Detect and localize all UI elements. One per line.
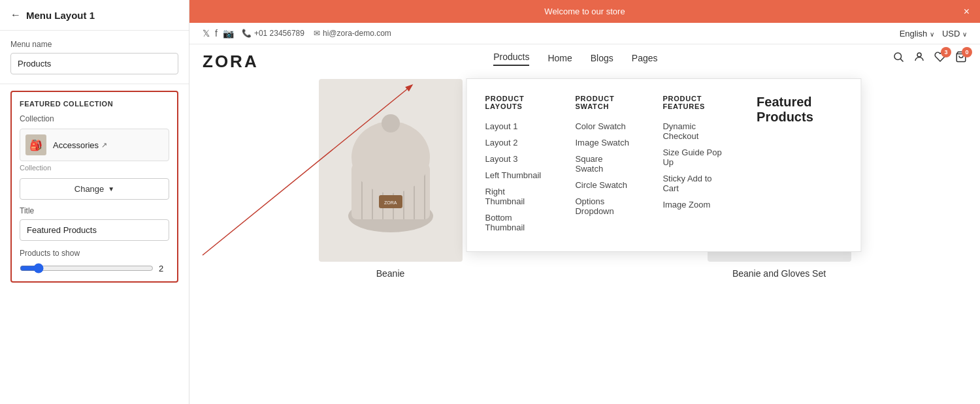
dropdown-layout2[interactable]: Layout 2 [485, 134, 544, 151]
nav-links: Products Home Blogs Pages [493, 52, 657, 72]
main-content: Welcome to our store × 𝕏 f 📷 📞 +01 23456… [189, 0, 980, 404]
top-bar: 𝕏 f 📷 📞 +01 23456789 ✉ hi@zora-demo.com … [189, 23, 980, 44]
title-input[interactable] [20, 219, 169, 241]
menu-name-label: Menu name [10, 40, 178, 49]
dropdown-options-dropdown[interactable]: Options Dropdown [575, 193, 631, 219]
svg-point-16 [382, 114, 400, 132]
email-address: hi@zora-demo.com [323, 29, 391, 38]
menu-name-section: Menu name [0, 31, 189, 84]
nav-link-home[interactable]: Home [547, 53, 572, 66]
dropdown-featured-title: Featured Products [757, 95, 842, 125]
phone-item: 📞 +01 23456789 [242, 29, 304, 38]
dropdown-image-swatch[interactable]: Image Swatch [575, 134, 631, 151]
sidebar: ← Menu Layout 1 Menu name FEATURED COLLE… [0, 0, 189, 404]
language-caret-icon: ∨ [930, 31, 934, 38]
svg-line-1 [900, 59, 903, 61]
nav-icons: 3 0 [892, 51, 967, 72]
nav-bar: ZORA Products Home Blogs Pages 3 0 [189, 44, 980, 72]
dropdown-dynamic-checkout[interactable]: Dynamic Checkout [662, 118, 725, 144]
dropdown-layouts-title: PRODUCT LAYOUTS [485, 95, 544, 110]
dropdown-features-title: PRODUCT FEATURES [662, 95, 725, 110]
dropdown-featured: Featured Products [757, 95, 842, 236]
dropdown-layout3[interactable]: Layout 3 [485, 151, 544, 167]
sidebar-title: Menu Layout 1 [26, 10, 95, 21]
facebook-icon[interactable]: f [215, 28, 218, 39]
dropdown-right-thumbnail[interactable]: Right Thumbnail [485, 183, 544, 210]
slider-row: 2 [20, 263, 169, 273]
products-show-section: Products to show 2 [20, 249, 169, 273]
nav-link-products[interactable]: Products [493, 52, 529, 66]
wishlist-badge: 3 [941, 47, 951, 57]
top-bar-right: English ∨ USD ∨ [900, 29, 967, 39]
menu-name-input[interactable] [10, 53, 178, 74]
cart-button[interactable]: 0 [955, 51, 967, 66]
featured-collection-box: FEATURED COLLECTION Collection 🎒 Accesso… [10, 91, 178, 283]
dropdown-sticky-cart[interactable]: Sticky Add to Cart [662, 170, 725, 196]
nav-link-pages[interactable]: Pages [632, 53, 658, 66]
nav-logo: ZORA [203, 52, 259, 72]
announcement-close-button[interactable]: × [964, 6, 970, 18]
product-name-beanie: Beanie [376, 268, 405, 279]
sidebar-header: ← Menu Layout 1 [0, 0, 189, 31]
collection-name: Accessories ↗ [53, 140, 107, 150]
collection-icon: 🎒 [25, 134, 46, 155]
currency-caret-icon: ∨ [962, 31, 967, 38]
search-button[interactable] [892, 51, 904, 66]
svg-text:ZORA: ZORA [384, 200, 397, 205]
collection-sub: Collection [20, 164, 169, 172]
product-name-beanie-gloves: Beanie and Gloves Set [732, 268, 826, 279]
phone-number: +01 23456789 [254, 29, 304, 38]
wishlist-button[interactable]: 3 [934, 51, 946, 66]
currency-selector[interactable]: USD ∨ [942, 29, 967, 39]
dropdown-color-swatch[interactable]: Color Swatch [575, 118, 631, 134]
cart-badge: 0 [962, 47, 972, 57]
language-selector[interactable]: English ∨ [900, 29, 934, 39]
dropdown-col-swatch: PRODUCT SWATCH Color Swatch Image Swatch… [575, 95, 631, 236]
instagram-icon[interactable]: 📷 [223, 28, 234, 39]
nav-dropdown: PRODUCT LAYOUTS Layout 1 Layout 2 Layout… [466, 78, 862, 252]
ext-link-icon[interactable]: ↗ [101, 141, 107, 149]
product-image-beanie: ZORA [319, 79, 463, 262]
svg-point-0 [894, 53, 902, 60]
dropdown-layout1[interactable]: Layout 1 [485, 118, 544, 134]
twitter-icon[interactable]: 𝕏 [203, 28, 210, 39]
featured-collection-label: FEATURED COLLECTION [20, 100, 169, 108]
back-arrow-icon[interactable]: ← [10, 9, 21, 21]
dropdown-bottom-thumbnail[interactable]: Bottom Thumbnail [485, 210, 544, 236]
account-button[interactable] [913, 51, 925, 66]
nav-link-blogs[interactable]: Blogs [591, 53, 613, 66]
dropdown-col-features: PRODUCT FEATURES Dynamic Checkout Size G… [662, 95, 725, 236]
products-slider[interactable] [20, 263, 154, 273]
dropdown-circle-swatch[interactable]: Circle Swatch [575, 177, 631, 193]
social-icons: 𝕏 f 📷 [203, 28, 234, 39]
chevron-down-icon: ▼ [108, 185, 114, 193]
dropdown-left-thumbnail[interactable]: Left Thumbnail [485, 167, 544, 183]
collection-item: 🎒 Accessories ↗ [20, 129, 169, 161]
beanie-illustration: ZORA [332, 99, 449, 242]
dropdown-image-zoom[interactable]: Image Zoom [662, 196, 725, 213]
slider-value: 2 [159, 264, 169, 273]
dropdown-square-swatch[interactable]: Square Swatch [575, 151, 631, 177]
title-label: Title [20, 206, 169, 215]
top-bar-left: 𝕏 f 📷 📞 +01 23456789 ✉ hi@zora-demo.com [203, 28, 391, 39]
contact-info: 📞 +01 23456789 ✉ hi@zora-demo.com [242, 29, 391, 38]
announcement-bar: Welcome to our store × [189, 0, 980, 23]
products-show-label: Products to show [20, 249, 169, 258]
phone-icon: 📞 [242, 29, 252, 38]
dropdown-col-layouts: PRODUCT LAYOUTS Layout 1 Layout 2 Layout… [485, 95, 544, 236]
change-button[interactable]: Change ▼ [20, 178, 169, 200]
email-item: ✉ hi@zora-demo.com [314, 29, 391, 38]
dropdown-size-guide[interactable]: Size Guide Pop Up [662, 144, 725, 170]
email-icon: ✉ [314, 29, 320, 38]
dropdown-swatch-title: PRODUCT SWATCH [575, 95, 631, 110]
svg-point-2 [917, 53, 921, 57]
collection-label: Collection [20, 114, 169, 123]
announcement-text: Welcome to our store [544, 7, 625, 16]
